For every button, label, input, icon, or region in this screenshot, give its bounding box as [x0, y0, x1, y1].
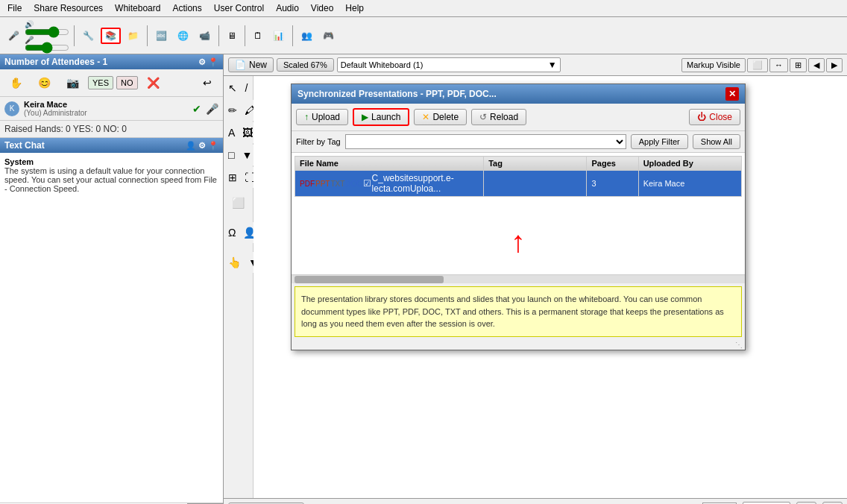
resize-handle[interactable]: ⋱ [292, 340, 745, 350]
text-tool[interactable]: A [225, 122, 238, 143]
reload-label: Reload [490, 112, 518, 122]
stickyNote-button[interactable]: 🗒 [250, 28, 266, 43]
smiley-tool[interactable]: 😊 [31, 72, 57, 93]
users-button[interactable]: 👥 [297, 28, 316, 43]
ppt-icon: PPT [315, 180, 330, 188]
action-tool[interactable]: 👆 [225, 252, 244, 273]
dialog-close-button[interactable]: ✕ [725, 87, 739, 101]
attendee-name: Keira Mace [24, 100, 87, 109]
sync-presentations-dialog: Synchronized Presentations - PPT, PDF, D… [291, 84, 746, 350]
hand-tool[interactable]: ✋ [3, 72, 28, 93]
chart-button[interactable]: 📊 [269, 28, 288, 43]
select-tool[interactable]: ↖ [225, 78, 240, 98]
delete-label: Delete [432, 112, 459, 122]
hands-text: Raised Hands: 0 YES: 0 NO: 0 [4, 124, 127, 134]
chat-people-icon[interactable]: 👤 [186, 141, 196, 151]
markup-visible-button[interactable]: Markup Visible [681, 58, 746, 72]
attendees-settings-icon[interactable]: ⚙ [198, 57, 206, 67]
wb-toolbar: 📄 New Scaled 67% Default Whiteboard (1) … [224, 54, 847, 76]
eraser-tool[interactable]: ⬜ [225, 192, 251, 213]
upload-button[interactable]: ↑ Upload [296, 109, 348, 125]
globe-button[interactable]: 🌐 [174, 28, 192, 43]
no-button[interactable]: NO [116, 76, 138, 89]
check-icon: ✔ [192, 103, 201, 115]
chat-panel: Text Chat 👤 ⚙ 📍 System The system is usi… [0, 138, 223, 504]
grid-tool[interactable]: ⊞ [225, 167, 240, 188]
close-button[interactable]: ⏻ Close [689, 109, 740, 125]
menu-file[interactable]: File [3, 1, 26, 15]
file-cell-name: PDF PPT TXT DOC ☑ C_websitesupport.e-lec… [295, 171, 484, 197]
show-all-button[interactable]: Show All [693, 134, 740, 149]
file-icons: PDF PPT TXT DOC ☑ C_websitesupport.e-lec… [300, 173, 479, 194]
chat-message: The system is using a default value for … [4, 166, 218, 193]
col-uploaded-by: Uploaded By [638, 157, 741, 171]
attendee-role: (You) Administrator [24, 109, 87, 117]
attendees-title: Number of Attendees - 1 [4, 57, 107, 67]
apply-filter-button[interactable]: Apply Filter [631, 134, 688, 149]
audio-controls: 🎤 🔊 🎤 [4, 20, 69, 51]
menu-usercontrol[interactable]: User Control [210, 1, 268, 15]
video-btn[interactable]: 📹 [195, 28, 214, 43]
file-cell-tag [484, 171, 587, 197]
whiteboard-dropdown[interactable]: Default Whiteboard (1) ▼ [337, 57, 561, 72]
attendees-location-icon[interactable]: 📍 [208, 57, 218, 67]
fit-width-button[interactable]: ↔ [769, 58, 788, 72]
menu-whiteboard[interactable]: Whiteboard [110, 1, 165, 15]
attendees-header: Number of Attendees - 1 ⚙ 📍 [0, 54, 223, 69]
monitor-button[interactable]: 🖥 [224, 28, 240, 43]
volume-slider[interactable] [25, 29, 69, 35]
pdf-icon: PDF [300, 180, 315, 188]
file-table-area: File Name Tag Pages Uploaded By [292, 153, 745, 274]
prev-slide-btn[interactable]: ◀ [808, 58, 825, 72]
presentations-button[interactable]: 📚 [101, 28, 121, 44]
reload-button[interactable]: ↺ Reload [471, 109, 526, 125]
raise-hand-icon[interactable]: ↩ [195, 72, 220, 93]
dialog-title: Synchronized Presentations - PPT, PDF, D… [297, 89, 497, 99]
omega-tool[interactable]: Ω [225, 222, 239, 243]
menu-share[interactable]: Share Resources [29, 1, 107, 15]
left-panel: Number of Attendees - 1 ⚙ 📍 ✋ 😊 📷 YES NO… [0, 54, 224, 504]
filter-select[interactable] [345, 134, 626, 149]
file-name-text: C_websitesupport.e-lecta.comUploa... [372, 173, 479, 194]
chat-header-icons: 👤 ⚙ 📍 [186, 141, 218, 151]
dropdown-arrow-icon[interactable]: ▼ [548, 60, 557, 70]
launch-button[interactable]: ▶ Launch [353, 108, 409, 126]
next-slide-btn[interactable]: ▶ [826, 58, 843, 72]
menu-actions[interactable]: Actions [168, 1, 206, 15]
fit-page-button[interactable]: ⬜ [747, 58, 768, 72]
menu-video[interactable]: Video [306, 1, 338, 15]
settings-button[interactable]: 🔧 [79, 28, 98, 43]
chat-title: Text Chat [4, 140, 45, 151]
line-tool[interactable]: / [242, 78, 251, 98]
pen-tool[interactable]: ✏ [225, 100, 240, 121]
chat-location-icon[interactable]: 📍 [208, 141, 218, 151]
delete-button[interactable]: ✕ Delete [414, 109, 467, 125]
new-whiteboard-button[interactable]: 📄 New [228, 57, 274, 72]
menu-help[interactable]: Help [341, 1, 368, 15]
scaled-button[interactable]: Scaled 67% [277, 58, 334, 72]
power-icon: ⏻ [697, 112, 706, 122]
folder-button[interactable]: 📁 [124, 28, 142, 43]
zoom-fit-button[interactable]: ⊞ [790, 58, 807, 72]
horizontal-scrollbar[interactable] [292, 274, 745, 283]
col-pages: Pages [587, 157, 638, 171]
apps-button[interactable]: 🎮 [319, 28, 338, 43]
chat-header: Text Chat 👤 ⚙ 📍 [0, 138, 223, 153]
menu-audio[interactable]: Audio [271, 1, 303, 15]
attendee-info: Keira Mace (You) Administrator [24, 100, 87, 117]
camera-tool[interactable]: 📷 [60, 72, 85, 93]
dialog-titlebar: Synchronized Presentations - PPT, PDF, D… [292, 84, 745, 104]
attendee-row: K Keira Mace (You) Administrator ✔ 🎤 [0, 97, 223, 120]
text-button[interactable]: 🔤 [152, 28, 171, 43]
table-row[interactable]: PDF PPT TXT DOC ☑ C_websitesupport.e-lec… [295, 171, 742, 197]
yes-button[interactable]: YES [88, 76, 113, 89]
attendees-header-icons: ⚙ 📍 [198, 57, 218, 67]
mic-button[interactable]: 🎤 [4, 28, 23, 43]
rect-tool[interactable]: □ [225, 145, 237, 166]
remove-tool[interactable]: ❌ [141, 72, 166, 93]
separator-1 [74, 25, 75, 46]
new-page-icon: 📄 [235, 60, 246, 70]
mic-slider[interactable] [25, 45, 69, 51]
chat-settings-icon[interactable]: ⚙ [198, 141, 206, 151]
delete-icon: ✕ [422, 112, 429, 122]
